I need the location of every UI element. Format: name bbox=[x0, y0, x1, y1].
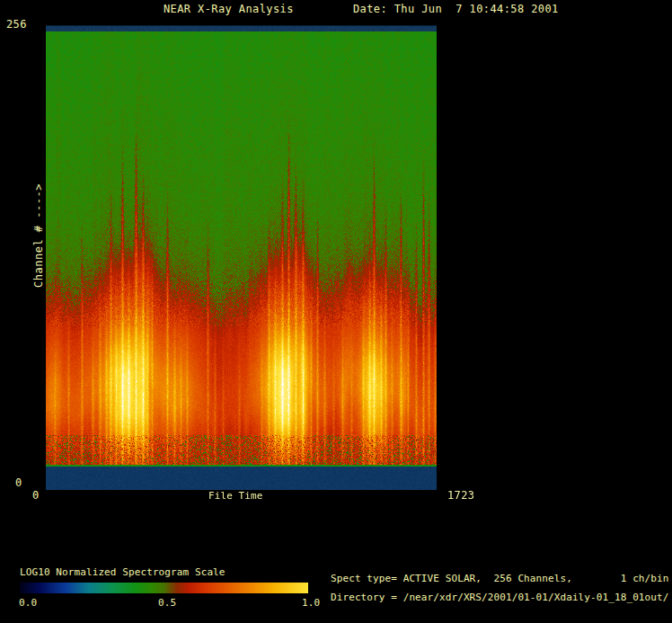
directory-info: Directory = /near/xdr/XRS/2001/01-01/Xda… bbox=[331, 592, 668, 603]
y-axis-max-label: 256 bbox=[6, 19, 27, 31]
x-axis-title: File Time bbox=[208, 491, 263, 502]
colorbar-tick-max: 1.0 bbox=[302, 598, 320, 609]
colorbar-tick-min: 0.0 bbox=[19, 598, 37, 609]
y-axis-min-label: 0 bbox=[15, 477, 22, 489]
app-window: NEAR X-Ray Analysis Date: Thu Jun 7 10:4… bbox=[0, 0, 672, 623]
header-date: Date: Thu Jun 7 10:44:58 2001 bbox=[353, 4, 559, 15]
spect-type-info: Spect type= ACTIVE SOLAR, 256 Channels, … bbox=[331, 574, 668, 584]
colorbar-tick-mid: 0.5 bbox=[158, 598, 176, 609]
x-axis-min-label: 0 bbox=[32, 490, 40, 502]
y-axis-title: Channel # ----> bbox=[33, 183, 45, 288]
colorbar-title: LOG10 Normalized Spectrogram Scale bbox=[20, 567, 225, 578]
spectrogram-image bbox=[46, 25, 437, 490]
x-axis-max-label: 1723 bbox=[447, 490, 475, 502]
colorbar-gradient bbox=[20, 583, 308, 593]
spectrogram-plot bbox=[46, 25, 437, 490]
page-title: NEAR X-Ray Analysis bbox=[164, 4, 294, 15]
